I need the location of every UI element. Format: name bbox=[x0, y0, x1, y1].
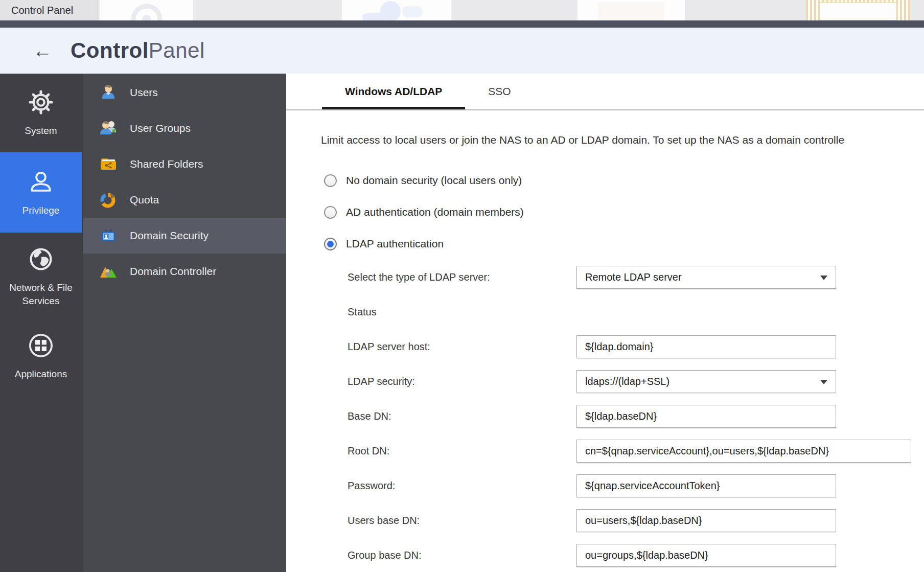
form-row-status: Status bbox=[286, 294, 924, 329]
tab-windows-ad-ldap[interactable]: Windows AD/LDAP bbox=[322, 74, 465, 109]
form-control-slot bbox=[576, 440, 911, 463]
globe-icon bbox=[27, 245, 55, 281]
shared-folders-icon bbox=[99, 155, 118, 173]
submenu-item-shared-folders[interactable]: Shared Folders bbox=[83, 146, 286, 182]
domain-security-radio-group: No domain security (local users only) AD… bbox=[324, 165, 924, 260]
form-row-password: Password: bbox=[286, 468, 924, 503]
form-label: Base DN: bbox=[348, 410, 576, 422]
sidebar-item-system[interactable]: System bbox=[0, 74, 82, 152]
tab-label: Windows AD/LDAP bbox=[345, 85, 442, 98]
back-button[interactable]: ← bbox=[33, 41, 52, 60]
form-label: Group base DN: bbox=[348, 550, 576, 561]
apps-grid-icon bbox=[27, 332, 55, 368]
radio-icon bbox=[324, 238, 337, 250]
form-row-users-base-dn: Users base DN: bbox=[286, 503, 924, 538]
chevron-down-icon bbox=[820, 380, 827, 384]
form-control-slot bbox=[576, 335, 836, 358]
privilege-submenu: Users User Groups Shared Folders Quota D… bbox=[82, 74, 286, 572]
tab-sso[interactable]: SSO bbox=[465, 74, 534, 109]
taskbar: Control Panel bbox=[0, 0, 924, 20]
password-input[interactable] bbox=[576, 474, 836, 497]
radio-no-domain-security-local-users-only[interactable]: No domain security (local users only) bbox=[324, 165, 924, 196]
submenu-item-label: Users bbox=[130, 86, 158, 99]
selected-value: ldaps://(ldap+SSL) bbox=[585, 376, 669, 387]
page-title-light: Panel bbox=[149, 38, 205, 62]
form-row-ldap-server-host: LDAP server host: bbox=[286, 329, 924, 364]
submenu-item-users[interactable]: Users bbox=[83, 75, 286, 110]
page-title-bold: Control bbox=[71, 38, 149, 62]
submenu-item-quota[interactable]: Quota bbox=[83, 182, 286, 218]
radio-icon bbox=[324, 174, 337, 187]
submenu-item-domain-controller[interactable]: Domain Controller bbox=[83, 254, 286, 289]
form-label: LDAP server host: bbox=[348, 341, 576, 353]
background-window-preview-network[interactable] bbox=[342, 0, 451, 20]
form-control-slot bbox=[576, 544, 836, 567]
taskbar-tab-control-panel[interactable]: Control Panel bbox=[0, 0, 98, 20]
base-dn-input[interactable] bbox=[576, 405, 836, 428]
form-row-root-dn: Root DN: bbox=[286, 433, 924, 468]
submenu-item-label: Domain Security bbox=[130, 230, 209, 242]
domain-controller-icon bbox=[99, 262, 118, 281]
user-groups-icon bbox=[99, 119, 118, 138]
form-label: Users base DN: bbox=[348, 515, 576, 527]
gear-ghost-icon bbox=[100, 0, 193, 20]
selected-value: Remote LDAP server bbox=[585, 271, 682, 283]
form-label: Select the type of LDAP server: bbox=[348, 271, 576, 283]
page-title: ControlPanel bbox=[71, 38, 205, 63]
tab-bar: Windows AD/LDAP SSO bbox=[286, 74, 924, 110]
group-base-dn-input[interactable] bbox=[576, 544, 836, 567]
app-header: ← ControlPanel bbox=[0, 28, 924, 74]
radio-ad-authentication-domain-members[interactable]: AD authentication (domain members) bbox=[324, 196, 924, 228]
sidebar-item-label: Network & File Services bbox=[0, 281, 82, 307]
tab-label: SSO bbox=[488, 85, 511, 98]
submenu-item-label: User Groups bbox=[130, 122, 191, 134]
users-base-dn-input[interactable] bbox=[576, 509, 836, 532]
ldap-server-type-select[interactable]: Remote LDAP server bbox=[576, 266, 836, 289]
radio-icon bbox=[324, 206, 337, 219]
form-label: Password: bbox=[348, 480, 576, 492]
radio-label: No domain security (local users only) bbox=[346, 174, 522, 187]
sidebar-item-label: System bbox=[20, 124, 61, 138]
network-ghost-icon bbox=[342, 0, 451, 20]
gear-icon bbox=[27, 88, 55, 124]
form-label: LDAP security: bbox=[348, 376, 576, 387]
form-row-ldap-security: LDAP security: ldaps://(ldap+SSL) bbox=[286, 364, 924, 399]
chevron-down-icon bbox=[820, 276, 827, 280]
top-divider-bar bbox=[0, 20, 924, 28]
sidebar-item-label: Privilege bbox=[18, 204, 64, 217]
background-window-preview-folder[interactable] bbox=[806, 0, 910, 20]
users-icon bbox=[99, 83, 118, 102]
form-control-slot bbox=[576, 474, 836, 497]
form-label: Status bbox=[348, 306, 576, 318]
category-sidebar: System Privilege Network & File Services… bbox=[0, 74, 82, 572]
ldap-security-select[interactable]: ldaps://(ldap+SSL) bbox=[576, 370, 836, 393]
radio-ldap-authentication[interactable]: LDAP authentication bbox=[324, 228, 924, 260]
form-row-group-base-dn: Group base DN: bbox=[286, 538, 924, 572]
ldap-settings-form: Select the type of LDAP server: Remote L… bbox=[286, 260, 924, 572]
folder-ghost-icon bbox=[819, 2, 897, 20]
description-text: Limit access to local users or join the … bbox=[321, 134, 924, 146]
submenu-item-label: Shared Folders bbox=[130, 158, 203, 170]
form-label: Root DN: bbox=[348, 445, 576, 457]
form-row-select-the-type-of-ldap-server: Select the type of LDAP server: Remote L… bbox=[286, 260, 924, 294]
submenu-item-domain-security[interactable]: Domain Security bbox=[83, 218, 286, 254]
root-dn-input[interactable] bbox=[576, 440, 911, 463]
form-control-slot bbox=[576, 405, 836, 428]
form-control-slot: ldaps://(ldap+SSL) bbox=[576, 370, 836, 393]
sidebar-item-network-file-services[interactable]: Network & File Services bbox=[0, 233, 82, 321]
form-control-slot: Remote LDAP server bbox=[576, 266, 836, 289]
sidebar-item-privilege[interactable]: Privilege bbox=[0, 152, 82, 233]
ldap-server-host-input[interactable] bbox=[576, 335, 836, 358]
sidebar-item-label: Applications bbox=[11, 368, 71, 381]
taskbar-tab-label: Control Panel bbox=[11, 5, 73, 16]
user-icon bbox=[27, 168, 55, 204]
radio-label: LDAP authentication bbox=[346, 238, 444, 250]
domain-security-icon bbox=[99, 226, 118, 245]
sidebar-item-applications[interactable]: Applications bbox=[0, 321, 82, 392]
form-row-base-dn: Base DN: bbox=[286, 399, 924, 433]
submenu-item-label: Quota bbox=[130, 194, 159, 206]
quota-icon bbox=[99, 191, 118, 209]
background-window-preview-gear[interactable] bbox=[100, 0, 193, 20]
background-window-preview-blank[interactable] bbox=[578, 0, 685, 20]
submenu-item-user-groups[interactable]: User Groups bbox=[83, 110, 286, 146]
